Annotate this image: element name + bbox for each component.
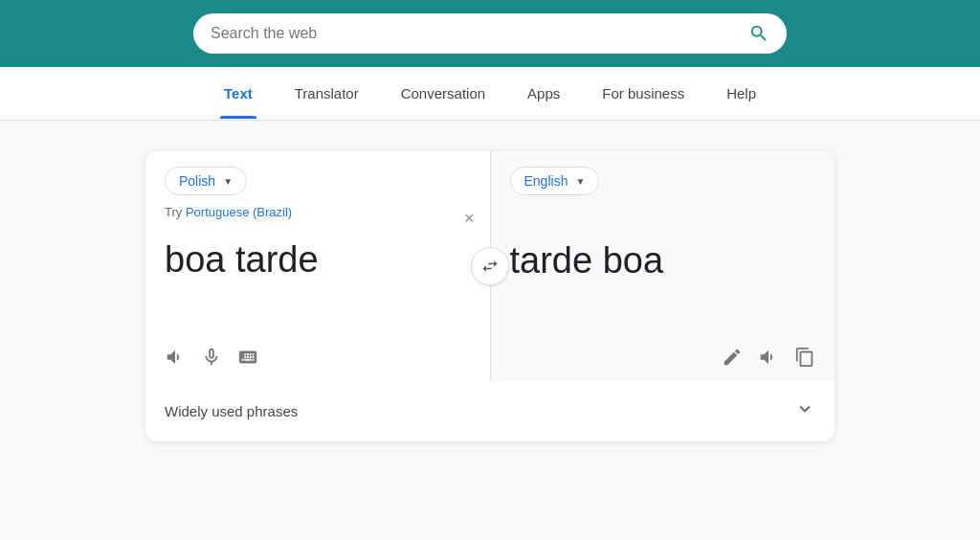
- swap-icon: [480, 257, 500, 276]
- mic-icon: [201, 347, 222, 368]
- volume-source-icon: [165, 347, 186, 368]
- translator-area: Polish ▼ Try Portuguese (Brazil) boa tar…: [145, 151, 835, 381]
- mic-button[interactable]: [201, 347, 222, 368]
- clear-button[interactable]: ×: [464, 209, 475, 229]
- pencil-button[interactable]: [722, 347, 743, 368]
- chevron-down-icon: [794, 398, 815, 424]
- search-icon: [748, 23, 769, 44]
- source-language-selector[interactable]: Polish ▼: [165, 167, 247, 195]
- header: [0, 0, 980, 67]
- nav-help[interactable]: Help: [723, 68, 760, 119]
- phrases-label: Widely used phrases: [165, 403, 298, 419]
- volume-target-icon: [758, 347, 779, 368]
- target-language-arrow: ▼: [575, 176, 585, 187]
- copy-icon: [794, 347, 815, 368]
- keyboard-icon: [237, 347, 258, 368]
- target-panel: English ▼ tarde boa: [491, 151, 835, 381]
- nav-text[interactable]: Text: [220, 68, 256, 119]
- source-volume-button[interactable]: [165, 347, 186, 368]
- target-panel-icons: [722, 347, 815, 368]
- nav-apps[interactable]: Apps: [523, 68, 564, 119]
- try-suggestion: Try Portuguese (Brazil): [165, 205, 471, 219]
- search-input[interactable]: [211, 25, 739, 42]
- target-volume-button[interactable]: [758, 347, 779, 368]
- nav-translator[interactable]: Translator: [291, 68, 363, 119]
- source-language-arrow: ▼: [223, 176, 233, 187]
- source-panel: Polish ▼ Try Portuguese (Brazil) boa tar…: [145, 151, 491, 381]
- pencil-icon: [722, 347, 743, 368]
- swap-button[interactable]: [471, 247, 509, 285]
- search-button[interactable]: [748, 23, 769, 44]
- source-panel-icons: [165, 347, 258, 368]
- target-language-selector[interactable]: English ▼: [510, 167, 600, 195]
- try-label: Try: [165, 205, 182, 219]
- nav-for-business[interactable]: For business: [598, 68, 688, 119]
- copy-button[interactable]: [794, 347, 815, 368]
- main: Polish ▼ Try Portuguese (Brazil) boa tar…: [0, 121, 980, 472]
- try-suggestion-link[interactable]: Portuguese (Brazil): [186, 205, 292, 219]
- nav-conversation[interactable]: Conversation: [397, 68, 489, 119]
- translate-card: Polish ▼ Try Portuguese (Brazil) boa tar…: [145, 151, 835, 441]
- source-language-label: Polish: [179, 173, 215, 189]
- source-text[interactable]: boa tarde: [165, 238, 471, 282]
- target-language-label: English: [524, 173, 568, 189]
- search-bar: [193, 13, 787, 54]
- nav: Text Translator Conversation Apps For bu…: [0, 67, 980, 121]
- phrases-row[interactable]: Widely used phrases: [145, 381, 835, 441]
- target-text: tarde boa: [510, 239, 816, 283]
- keyboard-button[interactable]: [237, 347, 258, 368]
